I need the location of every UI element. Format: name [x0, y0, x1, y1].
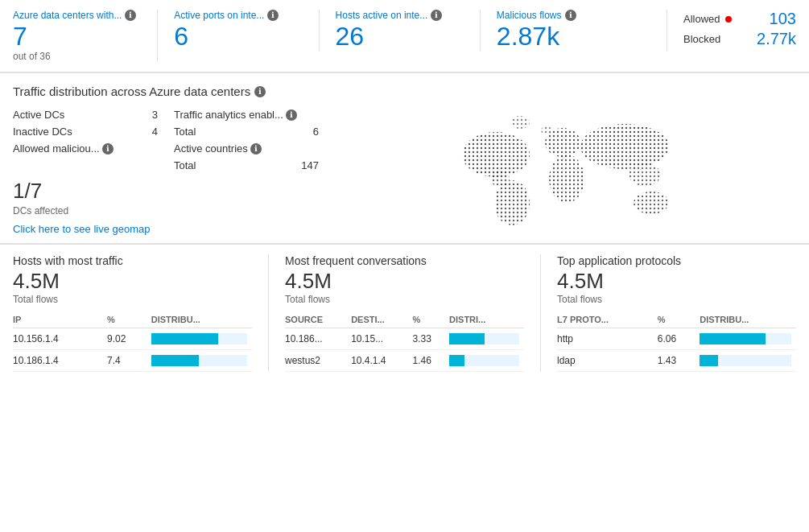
conversations-table: SOURCE DESTI... % DISTRI... 10.186... 10… — [285, 311, 524, 372]
allowed-row: Allowed 103 — [683, 10, 796, 28]
total-ac-label: Total — [174, 159, 196, 171]
total-ta-row: Total 6 — [174, 123, 319, 140]
traffic-body: Active DCs 3 Inactive DCs 4 Allowed mali… — [13, 106, 796, 235]
azure-dc-label-text: Azure data centers with... — [13, 10, 122, 21]
host-pct: 7.4 — [107, 350, 151, 372]
app-protocols-sub: Total flows — [557, 294, 796, 305]
malicious-flows-label: Malicious flows ℹ — [497, 10, 650, 21]
active-countries-label: Active countries ℹ — [174, 142, 262, 155]
azure-dc-metric: Azure data centers with... ℹ 7 out of 36 — [13, 10, 158, 62]
azure-dc-info-icon[interactable]: ℹ — [125, 10, 136, 21]
total-ac-value: 147 — [301, 159, 319, 171]
blocked-label: Blocked — [683, 33, 720, 45]
inactive-dcs-label: Inactive DCs — [13, 126, 72, 138]
active-countries-info-icon[interactable]: ℹ — [250, 143, 262, 155]
conv-bar-container — [449, 333, 519, 344]
active-countries-row: Active countries ℹ — [174, 140, 319, 157]
col-pct3: % — [658, 311, 700, 328]
host-bar-fill — [151, 355, 200, 366]
hosts-active-label-text: Hosts active on inte... — [336, 10, 428, 21]
col-distribu2: DISTRIBU... — [700, 311, 796, 328]
hosts-traffic-panel: Hosts with most traffic 4.5M Total flows… — [13, 254, 269, 372]
proto-bar-cell — [700, 328, 796, 350]
active-dcs-row: Active DCs 3 — [13, 106, 158, 123]
conv-bar-container — [449, 355, 519, 366]
svg-point-3 — [494, 180, 530, 225]
svg-point-6 — [580, 124, 669, 169]
col-distri: DISTRI... — [449, 311, 524, 328]
blocked-value: 2.77k — [757, 30, 796, 48]
allowed-label: Allowed — [683, 13, 720, 25]
col-pct: % — [107, 311, 151, 328]
world-map — [332, 106, 796, 235]
conversations-title: Most frequent conversations — [285, 254, 524, 267]
host-bar-cell — [151, 350, 252, 372]
traffic-analytics-label: Traffic analytics enabl... ℹ — [174, 109, 297, 121]
active-dcs-value: 3 — [152, 109, 158, 121]
total-ac-row: Total 147 — [174, 157, 319, 174]
proto-bar-container — [700, 333, 791, 344]
app-protocols-total: 4.5M — [557, 269, 796, 294]
traffic-info-icon[interactable]: ℹ — [254, 86, 266, 97]
active-ports-label: Active ports on inte... ℹ — [174, 10, 302, 21]
proto-bar-fill — [700, 355, 718, 366]
hosts-active-info-icon[interactable]: ℹ — [431, 10, 442, 21]
conv-dest: 10.4.1.4 — [351, 350, 412, 372]
active-ports-label-text: Active ports on inte... — [174, 10, 264, 21]
hosts-traffic-total: 4.5M — [13, 269, 252, 294]
allowed-malicious-row: Allowed maliciou... ℹ — [13, 140, 158, 157]
malicious-flows-value: 2.87k — [497, 23, 650, 51]
table-row: 10.186.1.4 7.4 — [13, 350, 252, 372]
svg-point-7 — [629, 163, 661, 186]
malicious-flows-label-text: Malicious flows — [497, 10, 562, 21]
table-row: 10.186... 10.15... 3.33 — [285, 328, 524, 350]
app-protocols-title: Top application protocols — [557, 254, 796, 267]
conv-bar-cell — [449, 350, 524, 372]
traffic-section-title: Traffic distribution across Azure data c… — [13, 85, 796, 98]
svg-point-8 — [634, 192, 669, 214]
live-geomap-link[interactable]: Click here to see live geomap — [13, 223, 151, 235]
hosts-traffic-sub: Total flows — [13, 294, 252, 305]
hosts-traffic-header-row: IP % DISTRIBU... — [13, 311, 252, 328]
svg-point-10 — [541, 126, 552, 134]
bottom-panels: Hosts with most traffic 4.5M Total flows… — [0, 245, 809, 381]
conversations-header-row: SOURCE DESTI... % DISTRI... — [285, 311, 524, 328]
conv-source: 10.186... — [285, 328, 351, 350]
host-bar-fill — [151, 333, 218, 344]
total-ta-label: Total — [174, 126, 196, 138]
active-ports-info-icon[interactable]: ℹ — [267, 10, 279, 21]
active-ports-metric: Active ports on inte... ℹ 6 — [174, 10, 319, 51]
host-bar-container — [151, 355, 247, 366]
hosts-active-value: 26 — [336, 23, 464, 51]
azure-dc-sub: out of 36 — [13, 51, 141, 62]
allowed-malicious-info-icon[interactable]: ℹ — [102, 143, 114, 155]
svg-point-1 — [462, 132, 530, 177]
malicious-flows-info-icon[interactable]: ℹ — [565, 10, 576, 21]
svg-point-9 — [510, 116, 530, 129]
proto-name: ldap — [557, 350, 658, 372]
proto-pct: 1.43 — [658, 350, 700, 372]
active-ports-value: 6 — [174, 23, 302, 51]
traffic-analytics-info-icon[interactable]: ℹ — [286, 109, 297, 121]
azure-dc-label: Azure data centers with... ℹ — [13, 10, 141, 21]
total-ta-value: 6 — [313, 126, 319, 138]
col-pct2: % — [413, 311, 449, 328]
traffic-stats: Active DCs 3 Inactive DCs 4 Allowed mali… — [13, 106, 319, 235]
table-row: westus2 10.4.1.4 1.46 — [285, 350, 524, 372]
top-metrics-bar: Azure data centers with... ℹ 7 out of 36… — [0, 0, 809, 72]
conv-bar-fill — [449, 355, 464, 366]
col-dest: DESTI... — [351, 311, 412, 328]
app-protocols-panel: Top application protocols 4.5M Total flo… — [557, 254, 796, 372]
dcs-fraction: 1/7 — [13, 179, 319, 204]
hosts-active-label: Hosts active on inte... ℹ — [336, 10, 464, 21]
proto-pct: 6.06 — [658, 328, 700, 350]
table-row: http 6.06 — [557, 328, 796, 350]
world-map-svg — [435, 106, 693, 235]
traffic-analytics-row: Traffic analytics enabl... ℹ — [174, 106, 319, 123]
allowed-value: 103 — [764, 10, 796, 28]
conv-pct: 3.33 — [413, 328, 449, 350]
col-source: SOURCE — [285, 311, 351, 328]
col-ip: IP — [13, 311, 107, 328]
traffic-title-text: Traffic distribution across Azure data c… — [13, 85, 250, 98]
conv-bar-fill — [449, 333, 484, 344]
